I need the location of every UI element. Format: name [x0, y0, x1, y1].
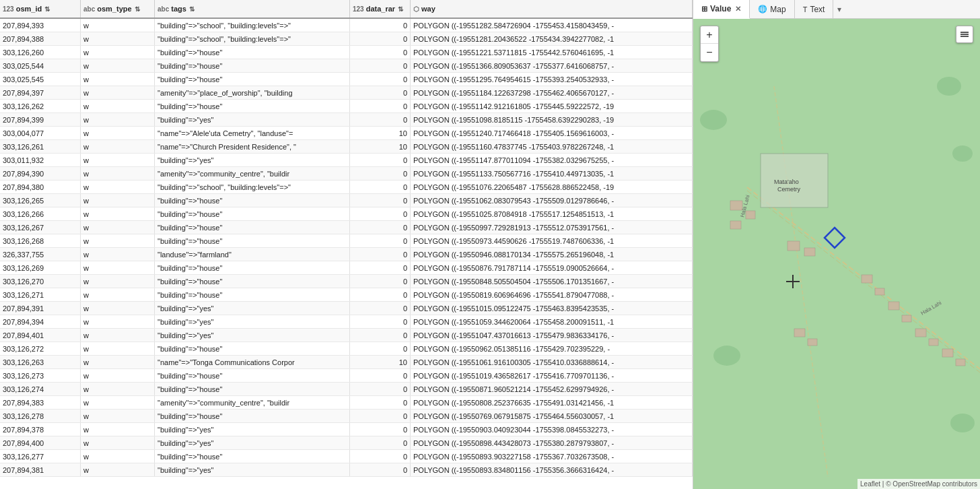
- attribution-text: Leaflet | © OpenStreetMap contributors: [860, 480, 977, 488]
- cell-osm-id: 303,126,277: [0, 450, 81, 463]
- value-tab-close[interactable]: ✕: [735, 5, 741, 13]
- table-row[interactable]: 207,894,388 w "building"=>"school", "bui…: [0, 32, 693, 46]
- tab-overflow-button[interactable]: ▾: [833, 0, 845, 18]
- value-tab-label: Value: [710, 4, 731, 13]
- cell-osm-id: 207,894,397: [0, 86, 81, 99]
- table-row[interactable]: 303,126,273 w "building"=>"house" 0 POLY…: [0, 369, 693, 383]
- table-row[interactable]: 303,025,545 w "building"=>"house" 0 POLY…: [0, 73, 693, 86]
- cell-way: POLYGON ((-19550819.606964696 -1755541.8…: [411, 288, 693, 301]
- col-header-osm-type[interactable]: abc osm_type ⇅: [81, 0, 155, 18]
- table-row[interactable]: 303,126,270 w "building"=>"house" 0 POLY…: [0, 275, 693, 288]
- table-body[interactable]: 207,894,393 w "building"=>"school", "bui…: [0, 19, 693, 489]
- table-row[interactable]: 303,126,266 w "building"=>"house" 0 POLY…: [0, 207, 693, 221]
- svg-rect-18: [862, 275, 872, 283]
- table-row[interactable]: 207,894,400 w "building"=>"yes" 0 POLYGO…: [0, 436, 693, 450]
- zoom-in-button[interactable]: +: [701, 26, 718, 44]
- cell-osm-type: w: [81, 59, 155, 72]
- svg-rect-3: [693, 19, 980, 489]
- cell-osm-type: w: [81, 410, 155, 422]
- table-row[interactable]: 303,126,267 w "building"=>"house" 0 POLY…: [0, 221, 693, 234]
- cell-osm-id: 207,894,391: [0, 302, 81, 315]
- cell-tags: "name"=>"Tonga Communications Corpor: [155, 356, 350, 368]
- table-row[interactable]: 303,126,268 w "building"=>"house" 0 POLY…: [0, 234, 693, 248]
- cell-data-rar: 0: [350, 369, 411, 382]
- cell-data-rar: 0: [350, 73, 411, 86]
- table-row[interactable]: 303,126,262 w "building"=>"house" 0 POLY…: [0, 100, 693, 113]
- table-row[interactable]: 303,126,261 w "name"=>"Church President …: [0, 140, 693, 154]
- cell-data-rar: 0: [350, 275, 411, 288]
- table-row[interactable]: 303,126,265 w "building"=>"house" 0 POLY…: [0, 194, 693, 207]
- table-row[interactable]: 303,126,269 w "building"=>"house" 0 POLY…: [0, 261, 693, 275]
- table-row[interactable]: 207,894,391 w "building"=>"yes" 0 POLYGO…: [0, 302, 693, 315]
- table-row[interactable]: 207,894,401 w "building"=>"yes" 0 POLYGO…: [0, 329, 693, 342]
- table-row[interactable]: 326,337,755 w "landuse"=>"farmland" 0 PO…: [0, 248, 693, 261]
- table-row[interactable]: 207,894,393 w "building"=>"school", "bui…: [0, 19, 693, 32]
- cell-osm-id: 303,126,268: [0, 234, 81, 247]
- cell-tags: "building"=>"house": [155, 450, 350, 463]
- cell-data-rar: 10: [350, 140, 411, 153]
- cell-osm-type: w: [81, 369, 155, 382]
- cell-osm-type: w: [81, 100, 155, 112]
- table-row[interactable]: 303,011,932 w "building"=>"yes" 0 POLYGO…: [0, 154, 693, 167]
- value-tab-icon: ⊞: [701, 5, 707, 13]
- cell-osm-type: w: [81, 423, 155, 436]
- svg-rect-22: [915, 329, 926, 337]
- right-panel: ⊞ Value ✕ 🌐 Map T Text ▾ + −: [693, 0, 980, 489]
- table-row[interactable]: 207,894,378 w "building"=>"yes" 0 POLYGO…: [0, 423, 693, 436]
- table-row[interactable]: 207,894,381 w "building"=>"yes" 0 POLYGO…: [0, 463, 693, 477]
- svg-rect-19: [875, 288, 884, 295]
- cell-osm-type: w: [81, 463, 155, 476]
- cell-osm-id: 303,126,263: [0, 356, 81, 368]
- cell-way: POLYGON ((-19550903.040923044 -1755398.0…: [411, 423, 693, 436]
- table-panel: 123 osm_id ⇅ abc osm_type ⇅ abc tags ⇅ 1…: [0, 0, 693, 489]
- cell-data-rar: 0: [350, 410, 411, 422]
- cell-osm-id: 303,126,273: [0, 369, 81, 382]
- table-row[interactable]: 207,894,394 w "building"=>"yes" 0 POLYGO…: [0, 315, 693, 329]
- cell-tags: "building"=>"house": [155, 100, 350, 112]
- cell-data-rar: 0: [350, 436, 411, 449]
- col-header-osm-id[interactable]: 123 osm_id ⇅: [0, 0, 81, 18]
- osm-type-sort-icon[interactable]: ⇅: [135, 5, 140, 13]
- tab-text[interactable]: T Text: [795, 0, 834, 18]
- col-header-way[interactable]: ⬡ way: [411, 0, 693, 18]
- data-rar-sort-icon[interactable]: ⇅: [398, 5, 403, 13]
- cell-way: POLYGON ((-19550898.443428073 -1755380.2…: [411, 436, 693, 449]
- osm-id-sort-icon[interactable]: ⇅: [44, 5, 50, 13]
- cell-tags: "building"=>"yes": [155, 463, 350, 476]
- table-row[interactable]: 207,894,397 w "amenity"=>"place_of_worsh…: [0, 86, 693, 100]
- cell-tags: "building"=>"yes": [155, 302, 350, 315]
- table-row[interactable]: 303,126,274 w "building"=>"house" 0 POLY…: [0, 383, 693, 396]
- tab-map[interactable]: 🌐 Map: [750, 0, 794, 18]
- table-row[interactable]: 303,126,277 w "building"=>"house" 0 POLY…: [0, 450, 693, 463]
- table-row[interactable]: 303,126,271 w "building"=>"house" 0 POLY…: [0, 288, 693, 302]
- cell-way: POLYGON ((-19551295.764954615 -1755393.2…: [411, 73, 693, 86]
- table-row[interactable]: 303,126,260 w "building"=>"house" 0 POLY…: [0, 46, 693, 59]
- table-row[interactable]: 303,126,272 w "building"=>"house" 0 POLY…: [0, 342, 693, 356]
- map-layers-button[interactable]: [956, 26, 973, 43]
- table-row[interactable]: 303,126,263 w "name"=>"Tonga Communicati…: [0, 356, 693, 369]
- cell-way: POLYGON ((-19551221.53711815 -1755442.57…: [411, 46, 693, 59]
- tags-sort-icon[interactable]: ⇅: [189, 5, 195, 13]
- col-header-data-rar[interactable]: 123 data_rar ⇅: [350, 0, 411, 18]
- table-row[interactable]: 303,004,077 w "name"=>"Alele'uta Cemetry…: [0, 127, 693, 140]
- cell-tags: "building"=>"yes": [155, 329, 350, 341]
- col-header-tags[interactable]: abc tags ⇅: [155, 0, 350, 18]
- table-row[interactable]: 207,894,383 w "amenity"=>"community_cent…: [0, 396, 693, 410]
- cell-tags: "building"=>"house": [155, 46, 350, 59]
- cell-way: POLYGON ((-19551025.87084918 -1755517.12…: [411, 207, 693, 220]
- zoom-out-button[interactable]: −: [701, 44, 718, 61]
- text-tab-label: Text: [810, 5, 825, 14]
- table-row[interactable]: 207,894,380 w "building"=>"school", "bui…: [0, 181, 693, 194]
- table-row[interactable]: 303,025,544 w "building"=>"house" 0 POLY…: [0, 59, 693, 73]
- cell-osm-type: w: [81, 356, 155, 368]
- table-row[interactable]: 207,894,390 w "amenity"=>"community_cent…: [0, 167, 693, 181]
- map-area[interactable]: + − Mata'aho Ceme: [693, 19, 980, 489]
- svg-point-34: [950, 414, 975, 432]
- svg-rect-27: [808, 339, 817, 346]
- tab-value[interactable]: ⊞ Value ✕: [693, 0, 750, 19]
- svg-point-33: [713, 346, 740, 366]
- table-row[interactable]: 303,126,278 w "building"=>"house" 0 POLY…: [0, 410, 693, 423]
- table-row[interactable]: 207,894,399 w "building"=>"yes" 0 POLYGO…: [0, 113, 693, 127]
- cell-osm-id: 207,894,399: [0, 113, 81, 126]
- data-rar-type-icon: 123: [353, 5, 364, 13]
